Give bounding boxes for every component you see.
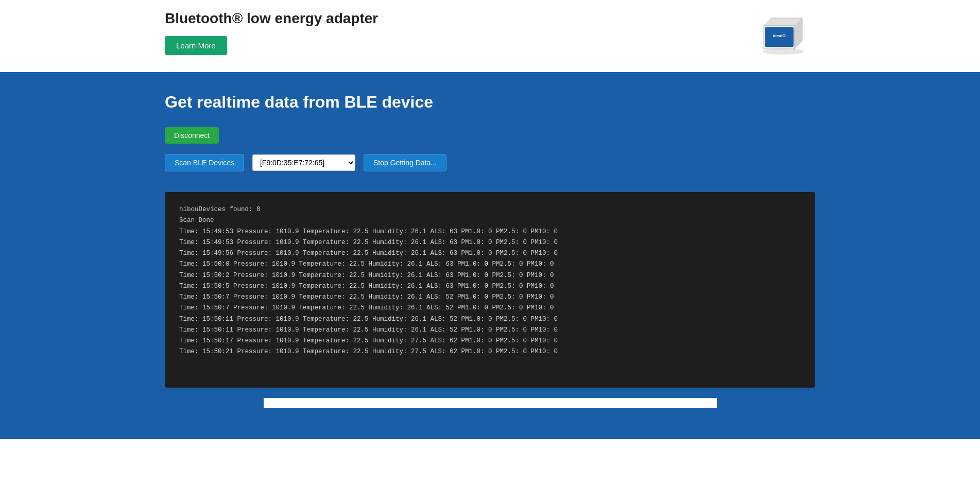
learn-more-button[interactable]: Learn More xyxy=(165,36,227,55)
scan-ble-button[interactable]: Scan BLE Devices xyxy=(165,154,244,171)
console-line: Scan Done xyxy=(179,215,801,226)
disconnect-row: Disconnect xyxy=(165,127,815,144)
console-line: hibouDevices found: 8 xyxy=(179,204,801,215)
top-left: Bluetooth® low energy adapter Learn More xyxy=(165,10,378,55)
console-line: Time: 15:49:53 Pressure: 1010.9 Temperat… xyxy=(179,227,801,237)
main-title: Get realtime data from BLE device xyxy=(165,93,815,112)
console-line: Time: 15:50:11 Pressure: 1010.9 Temperat… xyxy=(179,314,801,325)
console-line: Time: 15:50:11 Pressure: 1010.9 Temperat… xyxy=(179,325,801,336)
main-section: Get realtime data from BLE device Discon… xyxy=(0,72,980,439)
scan-controls-row: Scan BLE Devices [F9:0D:35:E7:72:65] Sto… xyxy=(165,154,815,171)
console-line: Time: 15:50:2 Pressure: 1010.9 Temperatu… xyxy=(179,270,801,281)
console-line: Time: 15:49:53 Pressure: 1010.9 Temperat… xyxy=(179,237,801,248)
svg-text:bleuIO: bleuIO xyxy=(773,33,786,38)
console-line: Time: 15:50:17 Pressure: 1010.9 Temperat… xyxy=(179,336,801,346)
console-line: Time: 15:50:7 Pressure: 1010.9 Temperatu… xyxy=(179,303,801,314)
device-icon: bleuIO xyxy=(753,10,815,57)
top-section: Bluetooth® low energy adapter Learn More… xyxy=(0,0,980,72)
stop-getting-data-button[interactable]: Stop Getting Data... xyxy=(364,154,446,171)
console-line: Time: 15:49:56 Pressure: 1010.9 Temperat… xyxy=(179,248,801,259)
console-line: Time: 15:50:0 Pressure: 1010.9 Temperatu… xyxy=(179,259,801,270)
svg-point-5 xyxy=(763,48,804,55)
console-line: Time: 15:50:21 Pressure: 1010.9 Temperat… xyxy=(179,346,801,357)
console-line: Time: 15:50:5 Pressure: 1010.9 Temperatu… xyxy=(179,281,801,292)
device-select[interactable]: [F9:0D:35:E7:72:65] xyxy=(252,154,355,171)
disconnect-button[interactable]: Disconnect xyxy=(165,127,219,144)
console-line: Time: 15:50:7 Pressure: 1010.9 Temperatu… xyxy=(179,292,801,303)
bottom-bar xyxy=(264,398,717,408)
console-output: hibouDevices found: 8Scan DoneTime: 15:4… xyxy=(165,192,815,388)
top-right: bleuIO xyxy=(753,10,815,57)
page-title: Bluetooth® low energy adapter xyxy=(165,10,378,27)
